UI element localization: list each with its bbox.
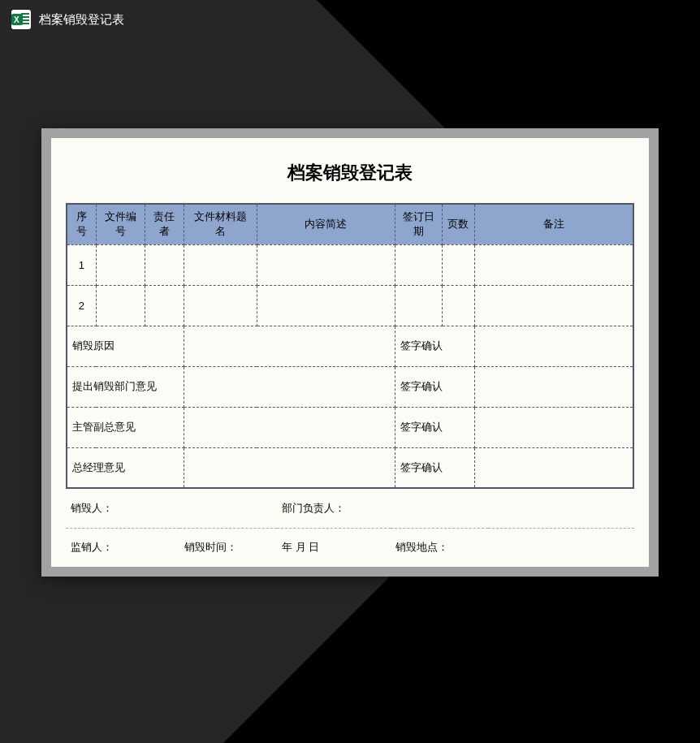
th-sign-date: 签订日期 [395,204,442,244]
sign-confirm: 签字确认 [395,447,474,488]
table-row: 1 [67,244,633,285]
main-table: 序号 文件编号 责任者 文件材料题名 内容简述 签订日期 页数 备注 1 [66,203,634,489]
document-title: 档案销毁登记表 [66,154,634,203]
dept-head-label: 部门负责人： [277,489,634,528]
th-description: 内容简述 [257,204,395,244]
th-file-num: 文件编号 [96,204,145,244]
cell-pages [442,244,474,285]
th-seq: 序号 [67,204,96,244]
destroyer-label: 销毁人： [66,489,179,528]
dept-opinion-value [184,366,395,407]
date-format: 年 月 日 [277,528,391,567]
dept-opinion-row: 提出销毁部门意见 签字确认 [67,366,633,407]
cell-material-name [184,244,257,285]
cell-seq: 1 [67,244,96,285]
th-pages: 页数 [442,204,474,244]
sign-value [474,407,633,447]
app-title: 档案销毁登记表 [39,12,124,28]
cell-description [257,285,395,326]
cell-note [474,244,633,285]
app-header: X 档案销毁登记表 [0,0,700,39]
reason-label: 销毁原因 [67,326,184,366]
th-material-name: 文件材料题名 [184,204,257,244]
destroyer-value [179,489,277,528]
cell-sign-date [395,244,442,285]
document: 档案销毁登记表 序号 文件编号 责任者 文件材料题名 内容简述 签订日期 页数 … [51,138,649,567]
reason-value [184,326,395,366]
gm-opinion-label: 总经理意见 [67,447,184,488]
cell-responsible [145,244,184,285]
vice-opinion-label: 主管副总意见 [67,407,184,447]
sign-confirm: 签字确认 [395,407,474,447]
vice-opinion-row: 主管副总意见 签字确认 [67,407,633,447]
footer-table: 销毁人： 部门负责人： 监销人： 销毁时间： 年 月 日 销毁地点： [66,489,634,567]
sign-confirm: 签字确认 [395,326,474,366]
cell-responsible [145,285,184,326]
cell-description [257,244,395,285]
sign-confirm: 签字确认 [395,366,474,407]
cell-note [474,285,633,326]
dept-opinion-label: 提出销毁部门意见 [67,366,184,407]
cell-file-num [96,285,145,326]
destroy-place-label: 销毁地点： [391,528,488,567]
destroy-place-value [488,528,634,567]
footer-row-1: 销毁人： 部门负责人： [66,489,634,528]
sign-value [474,447,633,488]
reason-row: 销毁原因 签字确认 [67,326,633,366]
table-header-row: 序号 文件编号 责任者 文件材料题名 内容简述 签订日期 页数 备注 [67,204,633,244]
supervisor-label: 监销人： [66,528,179,567]
th-responsible: 责任者 [145,204,184,244]
cell-seq: 2 [67,285,96,326]
cell-sign-date [395,285,442,326]
sign-value [474,366,633,407]
excel-icon: X [11,10,31,29]
vice-opinion-value [184,407,395,447]
cell-material-name [184,285,257,326]
gm-opinion-row: 总经理意见 签字确认 [67,447,633,488]
sign-value [474,326,633,366]
gm-opinion-value [184,447,395,488]
footer-row-2: 监销人： 销毁时间： 年 月 日 销毁地点： [66,528,634,567]
table-row: 2 [67,285,633,326]
destroy-time-label: 销毁时间： [179,528,277,567]
cell-pages [442,285,474,326]
cell-file-num [96,244,145,285]
th-note: 备注 [474,204,633,244]
document-frame: 档案销毁登记表 序号 文件编号 责任者 文件材料题名 内容简述 签订日期 页数 … [41,128,659,577]
